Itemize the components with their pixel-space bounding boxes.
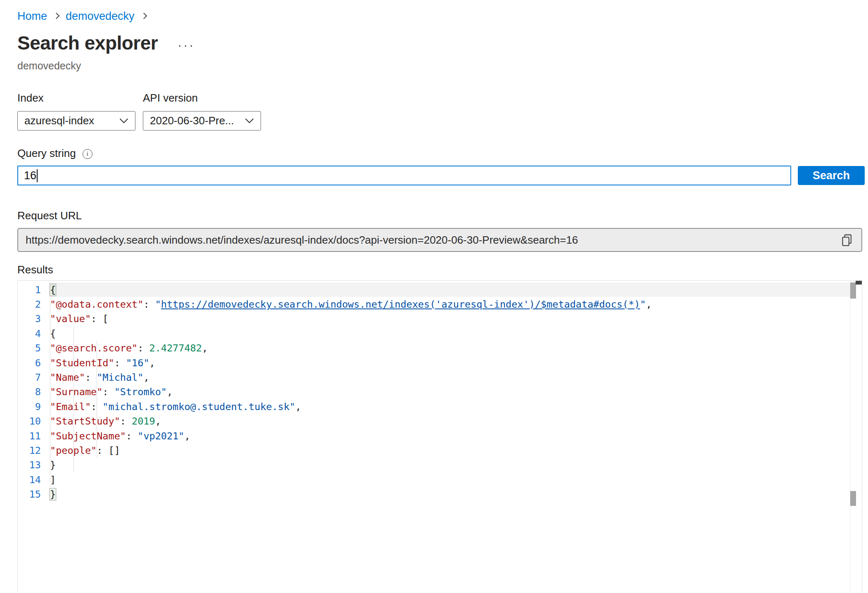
scrollbar-thumb[interactable] — [850, 491, 856, 506]
line-number: 9 — [18, 401, 50, 413]
code-line: 13 } — [18, 458, 850, 472]
indent-guide — [50, 414, 50, 429]
code-text: "Email": "michal.stromko@.student.tuke.s… — [50, 399, 850, 414]
json-token: "@odata.context" — [50, 299, 143, 310]
indent-guide — [97, 429, 97, 443]
indent-guide — [50, 443, 50, 458]
bracket-match: } — [50, 489, 56, 500]
breadcrumb-link[interactable]: demovedecky — [66, 10, 135, 23]
query-input-value: 16 — [24, 169, 36, 182]
json-token: "Email" — [50, 401, 91, 413]
code-line: 10 "StartStudy": 2019, — [18, 414, 850, 429]
indent-guide — [50, 341, 50, 356]
indent-guide — [97, 370, 97, 384]
indent-guide — [97, 356, 97, 370]
query-label-row: Query string i — [17, 147, 868, 160]
indent-guide — [50, 312, 50, 326]
indent-guide — [74, 385, 74, 399]
code-line: 1{ — [18, 282, 850, 297]
code-line: 8 "Surname": "Stromko", — [18, 385, 850, 399]
code-text: ] — [50, 472, 850, 487]
json-token: "Stromko" — [114, 386, 167, 398]
code-line: 11 "SubjectName": "vp2021", — [18, 429, 850, 443]
request-url-box[interactable]: https://demovedecky.search.windows.net/i… — [17, 228, 862, 252]
page-subtitle: demovedecky — [17, 60, 868, 72]
line-number: 7 — [18, 372, 50, 383]
overview-ruler-mark — [856, 281, 862, 285]
json-token: " — [155, 299, 161, 310]
code-text: } — [50, 487, 850, 501]
json-token: "StartStudy" — [50, 415, 120, 427]
indent-guide — [50, 370, 50, 384]
info-icon[interactable]: i — [83, 149, 92, 159]
code-text: "Surname": "Stromko", — [50, 385, 850, 399]
indent-guide — [97, 399, 97, 414]
line-number: 10 — [18, 415, 50, 427]
code-line: 14 ] — [18, 472, 850, 487]
json-token: ] — [50, 474, 56, 486]
dropdown-row: azuresql-index 2020-06-30-Pre... — [17, 111, 868, 130]
indent-guide — [74, 458, 74, 472]
json-token: : — [126, 430, 138, 442]
code-line: 5 "@search.score": 2.4277482, — [18, 341, 850, 356]
field-labels-row: Index API version — [17, 92, 868, 104]
breadcrumb-link[interactable]: Home — [17, 10, 47, 23]
code-text: } — [50, 458, 850, 472]
indent-guide — [74, 341, 74, 356]
code-text: "StartStudy": 2019, — [50, 414, 850, 429]
page-title: Search explorer — [17, 32, 158, 54]
indent-guide — [50, 458, 50, 472]
api-version-dropdown[interactable]: 2020-06-30-Pre... — [143, 111, 261, 130]
chevron-right-icon — [140, 12, 147, 19]
code-line: 3 "value": [ — [18, 312, 850, 326]
indent-guide — [50, 326, 50, 341]
scrollbar-thumb[interactable] — [850, 282, 856, 299]
line-number: 8 — [18, 386, 50, 398]
api-version-dropdown-value: 2020-06-30-Pre... — [150, 114, 242, 127]
more-menu-ellipsis-icon[interactable]: ··· — [178, 43, 195, 47]
index-label: Index — [17, 92, 143, 104]
code-line: 12 "people": [] — [18, 443, 850, 458]
query-string-label: Query string — [17, 147, 76, 160]
chevron-down-icon — [119, 118, 128, 123]
index-dropdown[interactable]: azuresql-index — [17, 111, 135, 130]
json-token: "StudentId" — [50, 357, 114, 369]
breadcrumb: Homedemovedecky — [17, 10, 868, 23]
indent-guide — [74, 370, 74, 384]
line-number: 13 — [18, 459, 50, 471]
chevron-down-icon — [245, 118, 254, 123]
indent-guide — [74, 443, 74, 458]
json-token: "Name" — [50, 372, 85, 383]
title-row: Search explorer ··· — [17, 32, 868, 54]
indent-guide — [50, 399, 50, 414]
copy-icon[interactable] — [841, 234, 852, 247]
code-text: "Name": "Michal", — [50, 370, 850, 384]
json-token: , — [155, 415, 161, 427]
search-explorer-page: Homedemovedecky Search explorer ··· demo… — [0, 0, 868, 593]
json-token: , — [646, 299, 652, 310]
request-url-value: https://demovedecky.search.windows.net/i… — [26, 234, 841, 247]
json-token: " — [640, 299, 646, 310]
code-text: "SubjectName": "vp2021", — [50, 429, 850, 443]
json-token: , — [167, 386, 173, 398]
json-token: 2.4277482 — [149, 342, 202, 354]
json-token: , — [143, 372, 149, 383]
results-label: Results — [17, 263, 868, 276]
json-token: : — [120, 415, 132, 427]
line-number: 15 — [18, 489, 50, 500]
code-text: "@search.score": 2.4277482, — [50, 341, 850, 356]
json-token: "value" — [50, 313, 91, 325]
line-number: 5 — [18, 342, 50, 354]
json-token: : [] — [97, 445, 120, 456]
json-token: "SubjectName" — [50, 430, 126, 442]
json-token: : [ — [91, 313, 108, 325]
query-string-input[interactable]: 16 — [17, 166, 791, 185]
json-token: "michal.stromko@.student.tuke.sk" — [102, 401, 295, 413]
chevron-right-icon — [53, 12, 60, 19]
search-button[interactable]: Search — [798, 166, 865, 185]
request-url-label: Request URL — [17, 209, 868, 222]
code-text: "@odata.context": "https://demovedecky.s… — [50, 297, 850, 311]
indent-guide — [74, 414, 74, 429]
results-json-editor[interactable]: 1{2 "@odata.context": "https://demovedec… — [17, 280, 862, 593]
code-text: "StudentId": "16", — [50, 356, 850, 370]
